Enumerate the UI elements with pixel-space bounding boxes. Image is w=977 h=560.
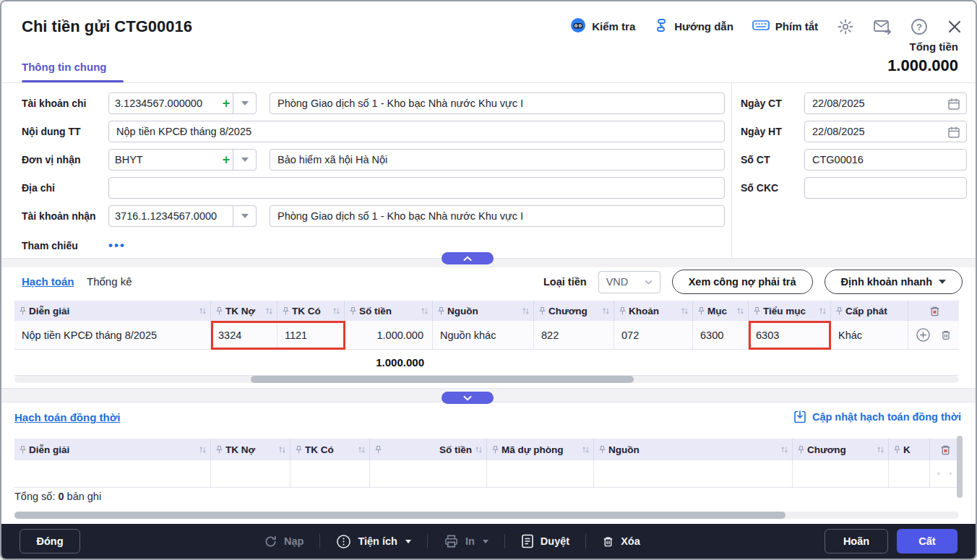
utilities-icon xyxy=(336,534,351,549)
col-tk-no[interactable]: TK Nợ xyxy=(211,439,290,460)
pin-icon xyxy=(20,445,26,455)
receiver-name-input[interactable]: Bảo hiểm xã hội Hà Nội xyxy=(270,149,725,171)
collapse-up-button[interactable] xyxy=(442,252,494,264)
address-input[interactable] xyxy=(108,177,725,199)
delete-row-icon[interactable] xyxy=(950,468,952,480)
date-ct-input[interactable]: 22/08/2025 xyxy=(804,92,967,114)
help-icon[interactable]: ? xyxy=(911,18,928,35)
quick-posting-button[interactable]: Định khoản nhanh xyxy=(825,270,963,294)
cell-khoan[interactable]: 072 xyxy=(614,321,693,349)
col-tk-no[interactable]: TK Nợ xyxy=(211,301,277,321)
col-ma-du-phong[interactable]: Mã dự phòng xyxy=(487,439,594,460)
cell-tk-no[interactable]: 3324 xyxy=(211,321,277,349)
close-button[interactable]: Đóng xyxy=(20,529,80,553)
content-input[interactable]: Nộp tiền KPCĐ tháng 8/2025 xyxy=(108,121,725,142)
col-cap-phat[interactable]: Cấp phát xyxy=(831,301,908,321)
ledger-row[interactable]: Nộp tiền KPCĐ tháng 8/2025 3324 1121 1.0… xyxy=(14,321,959,350)
col-chuong[interactable]: Chương xyxy=(534,301,614,321)
cell-dien-giai[interactable] xyxy=(14,460,211,487)
vertical-scrollbar[interactable] xyxy=(957,436,963,498)
view-payable-button[interactable]: Xem công nợ phải trả xyxy=(672,270,813,294)
approve-button[interactable]: Duyệt xyxy=(521,534,569,548)
col-tk-co[interactable]: TK Có xyxy=(277,301,345,321)
cell-nguon[interactable] xyxy=(594,460,793,487)
scrollbar-thumb[interactable] xyxy=(14,512,786,519)
col-khoan[interactable]: Khoản xyxy=(614,301,693,321)
col-dien-giai[interactable]: Diễn giải xyxy=(14,301,211,321)
concurrent-title-link[interactable]: Hạch toán đồng thời xyxy=(14,411,120,423)
cell-chuong[interactable]: 822 xyxy=(534,321,614,349)
cell-tk-no[interactable] xyxy=(211,460,290,487)
cell-tk-co[interactable]: 1121 xyxy=(277,321,345,349)
concurrent-empty-row[interactable] xyxy=(14,460,959,488)
send-mail-icon[interactable] xyxy=(873,19,892,35)
add-row-icon[interactable] xyxy=(916,327,931,343)
settings-gear-icon[interactable] xyxy=(837,18,854,35)
cell-khoan[interactable] xyxy=(889,460,930,487)
currency-select[interactable]: VND xyxy=(598,271,660,293)
shortcut-button[interactable]: Phím tắt xyxy=(752,19,818,34)
account-in-name-input[interactable]: Phòng Giao dịch số 1 - Kho bạc Nhà nước … xyxy=(270,205,725,227)
delete-button[interactable]: Xóa xyxy=(602,535,640,548)
reload-button[interactable]: Nạp xyxy=(264,535,304,548)
date-ht-input[interactable]: 22/08/2025 xyxy=(804,121,967,142)
cell-muc[interactable]: 6300 xyxy=(693,321,749,349)
horizontal-scrollbar[interactable] xyxy=(14,512,959,519)
calendar-icon[interactable] xyxy=(947,97,960,114)
cell-dien-giai[interactable]: Nộp tiền KPCĐ tháng 8/2025 xyxy=(14,321,211,349)
delete-all-rows-button[interactable] xyxy=(930,439,959,460)
no-ct-input[interactable]: CTG00016 xyxy=(804,149,967,171)
horizontal-scrollbar[interactable] xyxy=(14,376,959,383)
receiver-add-icon[interactable]: + xyxy=(220,150,233,170)
account-in-combo[interactable]: 3716.1.1234567.0000 xyxy=(108,205,257,227)
col-muc[interactable]: Mục xyxy=(693,301,749,321)
chevron-down-icon xyxy=(241,101,249,105)
col-nguon[interactable]: Nguồn xyxy=(433,301,534,321)
save-button[interactable]: Cất xyxy=(897,529,957,553)
collapse-down-button[interactable] xyxy=(442,392,494,404)
scrollbar-thumb[interactable] xyxy=(251,376,634,383)
update-concurrent-link[interactable]: Cập nhật hạch toán đồng thời xyxy=(793,410,961,423)
col-chuong[interactable]: Chương xyxy=(793,439,889,460)
add-row-icon[interactable] xyxy=(937,466,940,481)
receiver-combo[interactable]: BHYT + xyxy=(108,149,257,171)
utilities-button[interactable]: Tiện ích xyxy=(336,534,411,549)
account-out-combo[interactable]: 3.1234567.000000 + xyxy=(108,92,257,114)
tab-general-info[interactable]: Thông tin chung xyxy=(22,61,106,80)
cell-chuong[interactable] xyxy=(793,460,889,487)
account-out-name-input[interactable]: Phòng Giao dịch số 1 - Kho bạc Nhà nước … xyxy=(270,92,725,114)
print-button[interactable]: In xyxy=(444,534,489,548)
col-dien-giai[interactable]: Diễn giải xyxy=(14,439,211,460)
col-tieu-muc[interactable]: Tiểu mục xyxy=(749,301,831,321)
cell-so-tien[interactable] xyxy=(370,460,487,487)
no-ckc-input[interactable] xyxy=(804,177,967,199)
account-in-dropdown[interactable] xyxy=(233,206,256,226)
account-in-value[interactable]: 3716.1.1234567.0000 xyxy=(109,206,233,226)
account-out-value[interactable]: 3.1234567.000000 xyxy=(109,93,220,113)
guide-button[interactable]: Hướng dẫn xyxy=(654,18,733,35)
cell-tk-co[interactable] xyxy=(290,460,370,487)
reference-more-dots[interactable]: ••• xyxy=(108,235,126,257)
account-out-add-icon[interactable]: + xyxy=(220,93,233,113)
check-button[interactable]: Kiểm tra xyxy=(570,17,635,35)
cell-nguon[interactable]: Nguồn khác xyxy=(433,321,534,349)
col-so-tien[interactable]: Số tiền xyxy=(345,301,433,321)
postpone-button[interactable]: Hoãn xyxy=(825,529,888,553)
delete-row-icon[interactable] xyxy=(940,329,952,341)
calendar-icon[interactable] xyxy=(947,125,960,142)
tab-hachtoan[interactable]: Hạch toán xyxy=(22,275,74,288)
cell-tieu-muc[interactable]: 6303 xyxy=(749,321,831,349)
cell-ma-du-phong[interactable] xyxy=(487,460,594,487)
receiver-dropdown[interactable] xyxy=(233,150,256,170)
close-icon[interactable] xyxy=(947,19,963,35)
col-nguon[interactable]: Nguồn xyxy=(594,439,793,460)
col-so-tien[interactable]: Số tiền xyxy=(370,439,487,460)
cell-so-tien[interactable]: 1.000.000 xyxy=(345,321,433,349)
delete-all-rows-button[interactable] xyxy=(908,301,959,321)
cell-cap-phat[interactable]: Khác xyxy=(831,321,908,349)
col-khoan-truncated[interactable]: K xyxy=(889,439,930,460)
account-out-dropdown[interactable] xyxy=(233,93,256,113)
col-tk-co[interactable]: TK Có xyxy=(290,439,370,460)
receiver-value[interactable]: BHYT xyxy=(109,150,220,170)
tab-thongke[interactable]: Thống kê xyxy=(87,275,132,288)
